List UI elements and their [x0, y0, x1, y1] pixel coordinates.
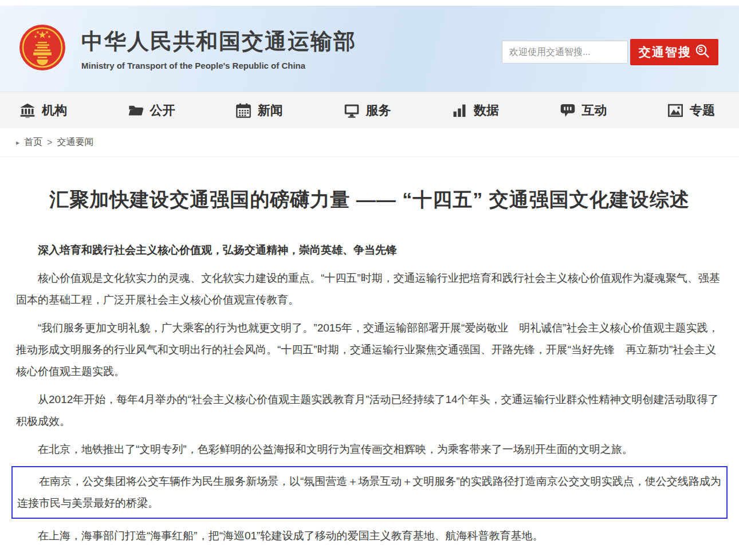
nav-item-institutions[interactable]: 机构 [19, 102, 67, 119]
breadcrumb-home-link[interactable]: 首页 [24, 136, 42, 148]
nav-item-label: 机构 [42, 102, 67, 119]
nav-item-label: 互动 [582, 102, 607, 119]
breadcrumb-separator: > [47, 137, 52, 148]
nav-item-data[interactable]: 数据 [451, 102, 499, 119]
article-paragraph: 核心价值观是文化软实力的灵魂、文化软实力建设的重点。“十四五”时期，交通运输行业… [16, 267, 723, 311]
nav-item-topics[interactable]: 专题 [667, 102, 715, 119]
highlighted-paragraph: 在南京，公交集团将公交车辆作为民生服务新场景，以“氛围营造＋场景互动＋文明服务”… [17, 471, 722, 514]
main-nav: 机构 公开 新闻 [0, 92, 739, 128]
article-paragraph: 在北京，地铁推出了“文明专列”，色彩鲜明的公益海报和文明行为宣传画交相辉映，为乘… [16, 439, 723, 460]
article-paragraph: “我们服务更加文明礼貌，广大乘客的行为也就更文明了。”2015年，交通运输部部署… [16, 317, 723, 382]
picture-icon [667, 102, 683, 119]
nav-item-news[interactable]: 新闻 [235, 102, 283, 119]
smart-search-button-label: 交通智搜 [639, 44, 691, 60]
nav-item-disclosure[interactable]: 公开 [128, 102, 175, 119]
site-logo-home-link[interactable]: 中华人民共和国交通运输部 Ministry of Transport of th… [18, 23, 356, 74]
article-paragraph: 从2012年开始，每年4月举办的“社会主义核心价值观主题实践教育月”活动已经持续… [16, 389, 723, 432]
breadcrumb-current: 交通要闻 [57, 136, 93, 148]
nav-item-label: 公开 [150, 102, 175, 119]
article-lead: 深入培育和践行社会主义核心价值观，弘扬交通精神，崇尚英雄、争当先锋 [16, 239, 723, 261]
search-input[interactable] [502, 41, 628, 64]
breadcrumb-arrow-icon: ▸ [16, 139, 19, 147]
folder-icon [128, 102, 144, 119]
article-paragraph: 在上海，海事部门打造“海事红船”，把“海巡01”轮建设成了移动的爱国主义教育基地… [16, 525, 723, 547]
national-emblem-icon [18, 23, 66, 74]
nav-item-label: 服务 [366, 102, 391, 119]
bar-chart-icon [451, 102, 467, 119]
highlighted-paragraph-box: 在南京，公交集团将公交车辆作为民生服务新场景，以“氛围营造＋场景互动＋文明服务”… [11, 466, 728, 519]
speech-bubble-icon [560, 102, 576, 119]
bank-icon [19, 102, 36, 119]
site-subtitle: Ministry of Transport of the People's Re… [81, 61, 356, 70]
search-s-icon: S [695, 44, 710, 61]
site-header: 中华人民共和国交通运输部 Ministry of Transport of th… [0, 6, 739, 92]
nav-item-services[interactable]: 服务 [344, 102, 391, 119]
nav-item-label: 专题 [690, 102, 715, 119]
site-title: 中华人民共和国交通运输部 [81, 27, 356, 56]
nav-item-label: 新闻 [258, 102, 283, 119]
monitor-icon [344, 102, 360, 119]
smart-search-button[interactable]: 交通智搜 S [630, 39, 718, 65]
calendar-icon [235, 102, 251, 119]
article-title: 汇聚加快建设交通强国的磅礴力量 —— “十四五” 交通强国文化建设综述 [16, 187, 723, 212]
svg-text:S: S [698, 46, 704, 54]
article: 汇聚加快建设交通强国的磅礴力量 —— “十四五” 交通强国文化建设综述 深入培育… [0, 187, 739, 560]
search-area: 交通智搜 S [502, 39, 718, 65]
nav-item-interaction[interactable]: 互动 [560, 102, 607, 119]
nav-item-label: 数据 [474, 102, 499, 119]
breadcrumb: ▸ 首页 > 交通要闻 [0, 128, 739, 157]
